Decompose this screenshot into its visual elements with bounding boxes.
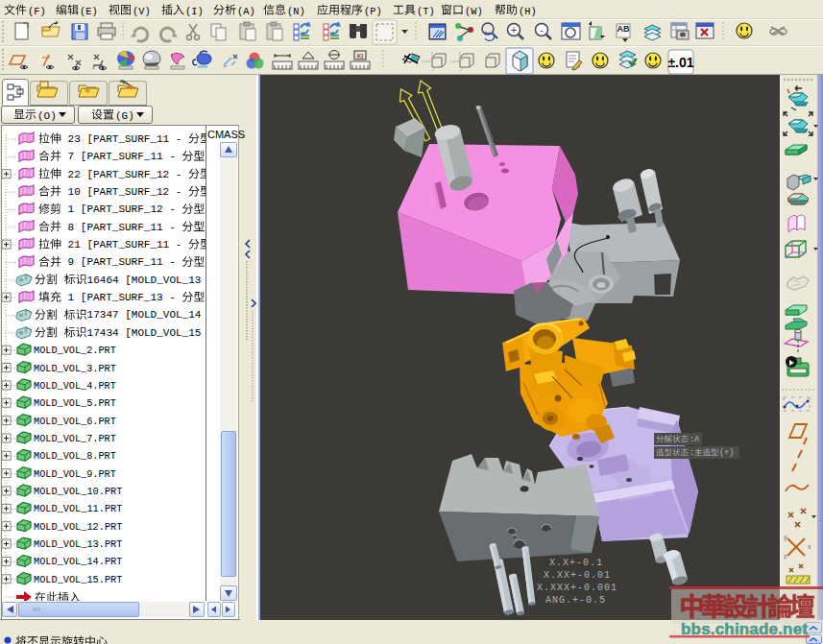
svg-text:22 [PART_SURF_12 -: 22 [PART_SURF_12 - [61,169,188,180]
svg-text:MOLD_VOL_7.PRT: MOLD_VOL_7.PRT [34,433,116,444]
svg-text:(+): (+) [719,448,734,458]
svg-text:CMASS: CMASS [207,129,245,140]
svg-text:x: x [808,543,811,550]
svg-text:(G): (G) [115,110,134,122]
svg-text:(W): (W) [465,6,483,17]
svg-text:9 [PART_SURF_11 -: 9 [PART_SURF_11 - [61,256,182,268]
svg-text:z: z [92,64,95,70]
svg-text:AB: AB [617,24,630,34]
svg-text:(V): (V) [133,6,151,17]
svg-text:X.X+-0.1: X.X+-0.1 [549,558,603,568]
svg-text:MOLD_VOL_8.PRT: MOLD_VOL_8.PRT [34,450,116,462]
svg-text:-: - [540,24,544,36]
svg-text:ANG.+-0.5: ANG.+-0.5 [545,595,606,606]
svg-text:16464 [MOLD_VOL_13 -: 16464 [MOLD_VOL_13 - [87,274,221,286]
svg-text:MOLD_VOL_13.PRT: MOLD_VOL_13.PRT [34,538,122,550]
svg-text:(I): (I) [185,6,204,17]
svg-text:MOLD_VOL_9.PRT: MOLD_VOL_9.PRT [34,468,116,480]
svg-text:MOLD_VOL_12.PRT: MOLD_VOL_12.PRT [34,521,122,533]
svg-text:7 [PART_SURF_11 -: 7 [PART_SURF_11 - [61,151,182,162]
svg-text::: : [690,448,694,458]
svg-text:MOLD_VOL_14.PRT: MOLD_VOL_14.PRT [34,556,122,567]
svg-text:MOLD_VOL_2.PRT: MOLD_VOL_2.PRT [34,345,116,356]
svg-text:MOLD_VOL_4.PRT: MOLD_VOL_4.PRT [34,380,116,392]
svg-text:(A): (A) [237,6,255,17]
svg-text:21 [PART_SURF_11 -: 21 [PART_SURF_11 - [61,239,188,250]
svg-text:17347 [MOLD_VOL_14 -: 17347 [MOLD_VOL_14 - [87,309,221,321]
svg-text:MOLD_VOL_3.PRT: MOLD_VOL_3.PRT [34,363,116,374]
svg-text:23 [PART_SURF_11 -: 23 [PART_SURF_11 - [61,133,188,145]
svg-text:y: y [784,534,787,541]
svg-text:KI: KI [357,53,364,60]
svg-text:MOLD_VOL_10.PRT: MOLD_VOL_10.PRT [34,486,122,497]
svg-text:(O): (O) [37,110,57,122]
svg-text:z: z [784,553,787,560]
svg-text:MOLD_VOL_15.PRT: MOLD_VOL_15.PRT [34,574,122,585]
svg-text::A: :A [690,435,700,444]
svg-text:±.01: ±.01 [667,55,693,70]
svg-text:(H): (H) [519,6,537,17]
svg-text:(F): (F) [28,6,46,17]
svg-text:(N): (N) [287,6,305,17]
svg-text:MOLD_VOL_6.PRT: MOLD_VOL_6.PRT [34,416,116,427]
svg-text:1 [PART_SURF_13 -: 1 [PART_SURF_13 - [61,292,182,303]
svg-text:MOLD_VOL_11.PRT: MOLD_VOL_11.PRT [34,503,122,514]
svg-text:+: + [511,24,517,36]
svg-text:X.XXX+-0.001: X.XXX+-0.001 [537,583,617,593]
svg-text:17434 [MOLD_VOL_15 -: 17434 [MOLD_VOL_15 - [87,327,221,339]
svg-text:X.XX+-0.01: X.XX+-0.01 [544,570,611,581]
svg-text:(P): (P) [364,6,382,17]
svg-text:(T): (T) [417,6,435,17]
svg-text:8 [PART_SURF_11 -: 8 [PART_SURF_11 - [61,222,182,233]
svg-text:MOLD_VOL_5.PRT: MOLD_VOL_5.PRT [34,397,116,409]
svg-text:(E): (E) [80,6,98,17]
svg-text:1 [PART_SURF_12 -: 1 [PART_SURF_12 - [61,203,182,215]
svg-text:10 [PART_SURF_12 -: 10 [PART_SURF_12 - [61,186,188,198]
